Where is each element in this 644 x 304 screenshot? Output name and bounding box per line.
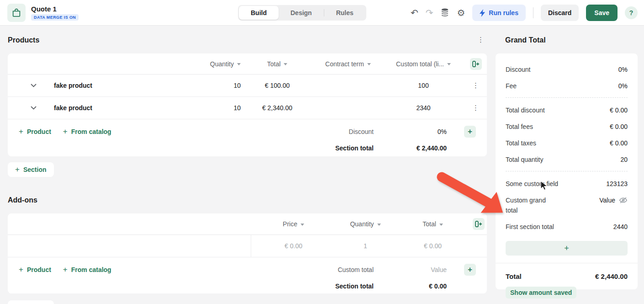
- cell-custom-total[interactable]: 2340: [382, 104, 465, 112]
- discard-button[interactable]: Discard: [541, 5, 579, 21]
- add-column-button[interactable]: [473, 218, 485, 230]
- add-total-field-button[interactable]: +: [506, 241, 628, 256]
- mode-tabs: Build Design Rules: [238, 5, 366, 21]
- plus-icon: +: [19, 265, 23, 274]
- eye-slash-icon[interactable]: [619, 197, 628, 204]
- grand-total-title: Grand Total: [505, 36, 546, 44]
- grand-total-card: Discount0% Fee0% Total discount€ 0.00 To…: [496, 53, 638, 289]
- top-bar: Quote 1 DATA MERGE IS ON Build Design Ru…: [0, 0, 644, 26]
- products-card: Quantity Total Contract term Custom tota…: [8, 53, 487, 156]
- run-rules-button[interactable]: Run rules: [472, 5, 526, 21]
- column-header-custom-total[interactable]: Custom total (li...: [382, 60, 465, 68]
- cell-quantity[interactable]: 1: [336, 242, 395, 250]
- undo-icon[interactable]: ↶: [411, 8, 418, 17]
- from-catalog-button[interactable]: +From catalog: [63, 127, 111, 136]
- cell-product-name[interactable]: [8, 235, 251, 257]
- column-header-total[interactable]: Total: [395, 220, 470, 228]
- tab-rules[interactable]: Rules: [324, 6, 365, 20]
- tab-design[interactable]: Design: [279, 6, 324, 20]
- addons-table-header: Price Quantity Total: [8, 213, 487, 235]
- addons-card: Price Quantity Total € 0.00 1 € 0.00 +Pr…: [8, 213, 487, 293]
- add-product-button[interactable]: +Product: [19, 265, 51, 274]
- help-button[interactable]: ?: [625, 6, 638, 19]
- addons-heading-row: Add-ons ⋮: [8, 196, 487, 204]
- discount-value[interactable]: 0%: [618, 64, 628, 75]
- some-custom-field-value[interactable]: 123123: [606, 179, 628, 189]
- table-row: € 0.00 1 € 0.00: [8, 235, 487, 257]
- products-table-header: Quantity Total Contract term Custom tota…: [8, 53, 487, 75]
- table-row: fake product 10 € 2,340.00 2340 ⋮: [8, 97, 487, 119]
- plus-icon: +: [63, 265, 68, 274]
- caret-down-icon: [447, 63, 451, 65]
- product-name[interactable]: fake product: [54, 82, 92, 89]
- add-column-button[interactable]: [470, 58, 482, 70]
- add-section-button-partial[interactable]: + Section: [8, 300, 54, 304]
- plus-icon: +: [15, 165, 20, 174]
- page-title: Quote 1: [31, 5, 79, 13]
- section-total-value: € 2,440.00: [374, 144, 447, 152]
- lightning-icon: [480, 9, 485, 17]
- cell-quantity[interactable]: 10: [190, 104, 241, 112]
- add-column-icon: [472, 61, 480, 67]
- tab-build[interactable]: Build: [239, 6, 279, 20]
- plus-icon: +: [468, 127, 472, 136]
- row-menu-icon[interactable]: ⋮: [470, 104, 482, 112]
- chevron-down-icon[interactable]: [31, 84, 37, 87]
- gear-icon[interactable]: ⚙: [457, 8, 465, 17]
- products-menu-icon[interactable]: ⋮: [475, 36, 487, 44]
- red-arrow-annotation: [427, 165, 514, 217]
- column-header-contract-term[interactable]: Contract term: [314, 60, 382, 68]
- save-button[interactable]: Save: [586, 5, 618, 21]
- caret-down-icon: [367, 63, 371, 65]
- caret-down-icon: [439, 224, 443, 226]
- custom-grand-total-input[interactable]: Value: [599, 195, 615, 205]
- cell-custom-total[interactable]: 100: [382, 82, 465, 89]
- column-header-price[interactable]: Price: [251, 220, 336, 228]
- caret-down-icon: [377, 224, 381, 226]
- summary-row: Total discount€ 0.00: [506, 105, 628, 115]
- cell-quantity[interactable]: 10: [190, 82, 241, 89]
- summary-row: Total taxes€ 0.00: [506, 138, 628, 148]
- column-header-total[interactable]: Total: [241, 60, 314, 68]
- show-amount-saved-button[interactable]: Show amount saved: [506, 287, 576, 299]
- divider: [496, 263, 638, 263]
- add-section-button[interactable]: + Section: [8, 162, 54, 177]
- plus-icon: +: [63, 127, 68, 136]
- add-section-field-button[interactable]: +: [464, 264, 476, 276]
- cell-total[interactable]: € 2,340.00: [241, 104, 314, 112]
- data-merge-badge: DATA MERGE IS ON: [31, 14, 79, 21]
- cell-price[interactable]: € 0.00: [251, 242, 336, 250]
- product-name[interactable]: fake product: [54, 104, 92, 112]
- custom-total-input[interactable]: Value: [374, 266, 447, 273]
- add-product-button[interactable]: +Product: [19, 127, 51, 136]
- section-total-value: € 0.00: [374, 283, 447, 290]
- discount-value[interactable]: 0%: [374, 128, 447, 135]
- total-value: € 2,440.00: [595, 272, 628, 280]
- section-total-label: Section total: [335, 283, 374, 290]
- cell-total[interactable]: € 0.00: [395, 242, 470, 250]
- summary-row: Total quantity20: [506, 155, 628, 165]
- cell-total[interactable]: € 100.00: [241, 82, 314, 89]
- column-header-quantity[interactable]: Quantity: [190, 60, 241, 68]
- fee-value[interactable]: 0%: [618, 81, 628, 91]
- redo-icon[interactable]: ↷: [426, 8, 433, 17]
- column-header-quantity[interactable]: Quantity: [336, 220, 395, 228]
- dashed-divider: [506, 171, 628, 171]
- addons-footer: +Product +From catalog Custom total Valu…: [8, 257, 487, 293]
- plus-icon: +: [468, 265, 472, 274]
- custom-total-label: Custom total: [338, 266, 374, 273]
- add-section-field-button[interactable]: +: [464, 126, 476, 138]
- summary-row: Total fees€ 0.00: [506, 122, 628, 132]
- summary-row: First section total2440: [506, 222, 628, 232]
- quote-bag-icon: [7, 4, 26, 22]
- data-layers-icon[interactable]: [440, 8, 449, 18]
- toolbar-divider: [533, 7, 533, 18]
- plus-icon: +: [564, 244, 569, 253]
- chevron-down-icon[interactable]: [31, 106, 37, 110]
- row-menu-icon[interactable]: ⋮: [470, 81, 482, 90]
- table-row: fake product 10 € 100.00 100 ⋮: [8, 75, 487, 97]
- from-catalog-button[interactable]: +From catalog: [63, 265, 111, 274]
- summary-row: Some custom field123123: [506, 179, 628, 189]
- addons-section-title: Add-ons: [8, 196, 37, 204]
- discount-label: Discount: [349, 128, 374, 135]
